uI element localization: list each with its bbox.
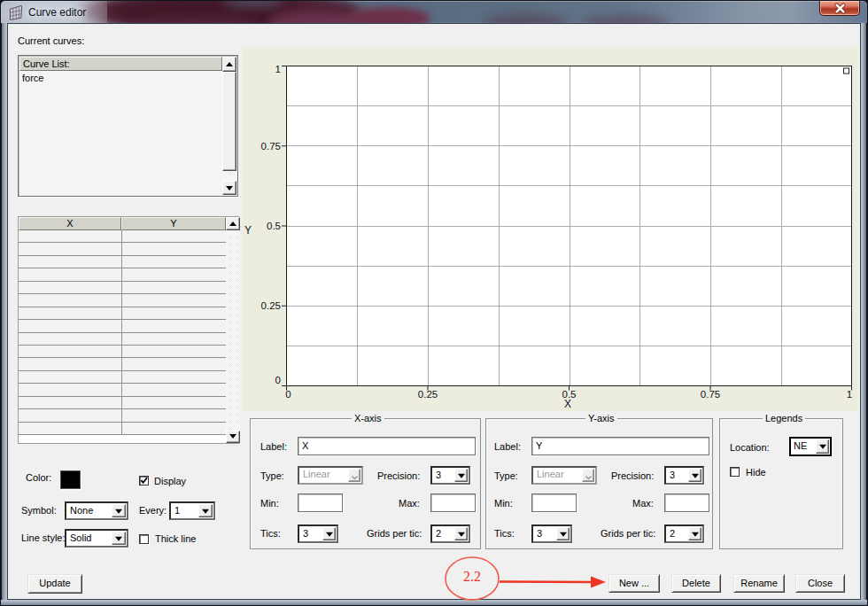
svg-text:2.2: 2.2	[463, 569, 481, 584]
svg-text:0.75: 0.75	[701, 389, 720, 400]
svg-text:0: 0	[275, 375, 281, 385]
svg-text:0.75: 0.75	[261, 141, 281, 152]
svg-text:1: 1	[847, 389, 852, 400]
svg-text:Y: Y	[244, 224, 252, 237]
svg-text:0: 0	[285, 389, 291, 400]
svg-text:X: X	[564, 398, 571, 410]
svg-text:0.25: 0.25	[418, 389, 438, 400]
svg-text:0.5: 0.5	[267, 221, 281, 231]
svg-text:0.25: 0.25	[261, 300, 281, 311]
svg-text:1: 1	[275, 64, 281, 74]
